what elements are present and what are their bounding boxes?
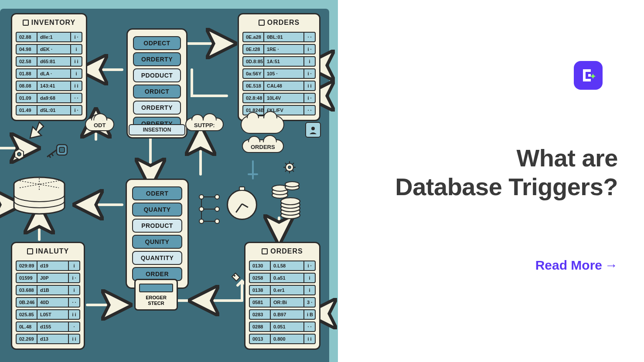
table-row: 0581OR:Bi3 · <box>249 297 316 308</box>
user-icon <box>305 122 321 138</box>
coins-icon <box>270 179 301 218</box>
nut-icon <box>13 148 25 160</box>
table-row: 01300.L58i · <box>249 261 316 271</box>
read-more-link[interactable]: Read More → <box>355 258 618 273</box>
table-row: 00130.800i i <box>249 334 316 344</box>
field-pill: ODPECT <box>133 36 181 50</box>
field-pill: QUNITY <box>132 235 182 249</box>
network-icon <box>196 192 222 227</box>
table-row: 01599J0Pi · <box>16 273 80 283</box>
svg-point-0 <box>311 127 315 130</box>
table-title: INVENTORY <box>15 17 83 30</box>
trigger-device: EROGER STECR <box>134 279 178 311</box>
read-more-label: Read More <box>535 258 602 273</box>
table-row: 02830.B97i B <box>249 309 316 320</box>
table-row: 0D.8:851A:51i <box>242 56 316 67</box>
table-row: 02580.a51i <box>249 273 316 283</box>
svg-line-14 <box>285 170 287 172</box>
page-title: What are Database Triggers? <box>355 144 618 201</box>
table-title: INALUTY <box>15 246 81 259</box>
cloud-orders: ORDERS <box>242 139 284 153</box>
table-row: 08.08143:41i i <box>16 81 82 91</box>
table-row: 01380.er1i <box>249 285 316 295</box>
svg-point-38 <box>215 219 219 223</box>
field-pill: ORDICT <box>133 85 181 98</box>
table-orders-bottom: ORDERS 01300.L58i ·02580.a51i01380.er1i0… <box>244 242 320 350</box>
table-row: 025.85L05Ti i <box>16 309 80 320</box>
tag-icon <box>231 272 241 282</box>
table-row: 0L.48d155· <box>16 321 80 332</box>
table-row: 0E.a280BL:01· · <box>242 32 316 42</box>
field-stack-top: ODPECTORDERTYPDODUCTORDICTORDERTYORDERTY <box>126 28 187 139</box>
table-title: ORDERS <box>248 246 317 259</box>
svg-point-33 <box>199 195 204 199</box>
content-panel: What are Database Triggers? Read More → <box>338 0 644 362</box>
field-pill: QUANTITY <box>132 251 182 265</box>
svg-point-6 <box>288 166 291 169</box>
svg-line-13 <box>292 163 294 165</box>
table-row: 029:89d19i <box>16 261 80 271</box>
table-row: 01.49d5L:01i · <box>16 105 82 115</box>
svg-rect-41 <box>583 69 591 72</box>
table-row: 02880.051· · <box>249 321 316 332</box>
table-row: 0E.518CAL48i i <box>242 81 316 91</box>
table-row: 03.688d1Bi <box>16 285 80 295</box>
field-pill: ODERT <box>132 186 182 200</box>
svg-point-39 <box>234 275 235 277</box>
field-pill: PRODUCT <box>132 219 182 233</box>
svg-rect-43 <box>588 74 591 77</box>
svg-point-34 <box>215 195 219 199</box>
cloud-sutpp: SUTPP: <box>185 118 224 131</box>
clock-icon <box>227 189 257 220</box>
down-arrow-icon <box>24 120 46 142</box>
svg-point-35 <box>199 207 204 211</box>
clock-knob <box>239 186 245 191</box>
field-stack-bottom: ODERTQUANTYPRODUCTQUNITYQUANTITYORDER <box>126 179 189 289</box>
table-row: 02.58d65:81i i <box>16 56 82 67</box>
table-row: 01.09da9:68· · <box>16 93 82 103</box>
database-cylinder-icon <box>11 176 68 216</box>
svg-point-28 <box>285 182 299 187</box>
arrow-right-icon: → <box>605 258 618 273</box>
table-row: 0a:56Y105 ·i · <box>242 68 316 79</box>
table-orders-top: ORDERS 0E.a280BL:01· ·0E.t281RE ·i ·0D.8… <box>238 13 320 121</box>
table-row: 02.269d13i i <box>16 334 80 344</box>
table-row: 0B.24640D· · <box>16 297 80 308</box>
field-pill: ORDERTY <box>133 52 181 66</box>
title-line-2: Database Triggers? <box>395 173 618 200</box>
table-row: 0E.t281RE ·i · <box>242 44 316 54</box>
label-insestion: INSESTION <box>129 124 185 135</box>
field-pill: QUANTY <box>132 203 182 217</box>
svg-point-23 <box>281 198 300 205</box>
gear-icon <box>283 161 296 173</box>
table-inventory: INVENTORY 02.88dIle:1i ·04.98dEK ·i02.58… <box>11 13 87 121</box>
svg-point-37 <box>199 219 204 223</box>
svg-point-36 <box>215 207 219 211</box>
svg-line-12 <box>292 170 294 172</box>
svg-rect-42 <box>583 79 591 81</box>
svg-rect-2 <box>59 147 65 152</box>
diagram-panel: INVENTORY 02.88dIle:1i ·04.98dEK ·i02.58… <box>0 0 338 362</box>
field-pill: PDODUCT <box>133 68 181 82</box>
table-row: 01.88dLA ·i <box>16 68 82 79</box>
table-row: 02.88dIle:1i · <box>16 32 82 42</box>
svg-point-4 <box>17 152 21 156</box>
svg-line-11 <box>285 163 287 165</box>
brand-logo <box>574 61 603 90</box>
cloud-blank <box>241 115 284 134</box>
device-label: EROGER STECR <box>139 295 173 306</box>
table-row: 02.8:4810L4Vi · <box>242 93 316 103</box>
key-icon <box>44 139 70 161</box>
field-pill: ORDERTY <box>133 101 181 115</box>
table-row: 04.98dEK ·i <box>16 44 82 54</box>
table-title: ORDERS <box>242 17 317 30</box>
cloud-odt: ODT <box>85 118 114 131</box>
table-inaluty: INALUTY 029:89d19i01599J0Pi ·03.688d1Bi0… <box>11 242 85 350</box>
title-line-1: What are <box>517 144 618 172</box>
